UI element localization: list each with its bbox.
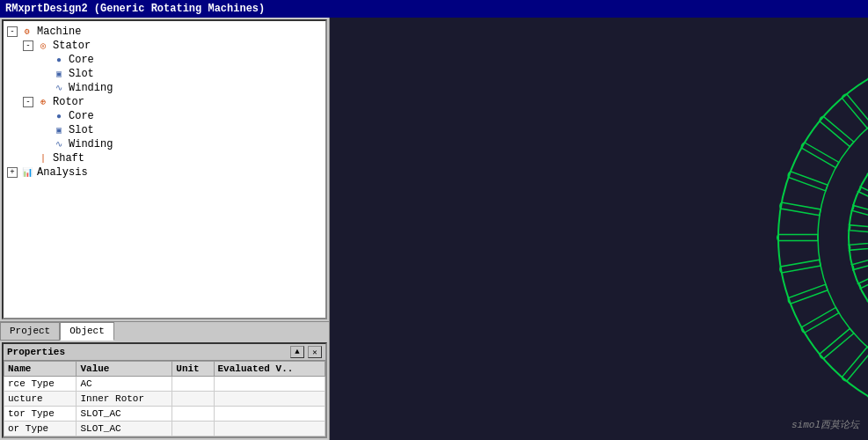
tree-label: Core <box>69 110 94 122</box>
tree-label: Winding <box>69 138 113 150</box>
tree-icon-analysis: 📊 <box>20 166 34 179</box>
prop-unit <box>172 407 214 422</box>
tree-icon-rotor: ⊕ <box>36 96 50 108</box>
tree-item-stator-winding[interactable]: ∿Winding <box>7 81 322 95</box>
tree-label: Slot <box>69 124 94 136</box>
tree-area[interactable]: -⚙Machine-◎Stator●Core▣Slot∿Winding-⊕Rot… <box>2 19 327 319</box>
tree-label: Machine <box>37 26 81 38</box>
tab-area: Project Object <box>0 321 329 341</box>
motor-diagram <box>330 18 868 440</box>
app-title: RMxprtDesign2 (Generic Rotating Machines… <box>5 3 265 15</box>
tree-item-rotor-slot[interactable]: ▣Slot <box>7 123 322 137</box>
table-row: or Type SLOT_AC <box>4 422 325 436</box>
properties-title: Properties <box>7 347 65 357</box>
tree-item-rotor-core[interactable]: ●Core <box>7 109 322 123</box>
prop-name: rce Type <box>4 377 77 392</box>
tree-icon-stator: ◎ <box>36 40 50 52</box>
main-layout: -⚙Machine-◎Stator●Core▣Slot∿Winding-⊕Rot… <box>0 18 868 440</box>
title-bar: RMxprtDesign2 (Generic Rotating Machines… <box>0 0 868 18</box>
tree-icon-machine: ⚙ <box>20 26 34 38</box>
col-evaluated: Evaluated V.. <box>214 362 325 377</box>
prop-evaluated <box>214 407 325 422</box>
expand-icon[interactable]: - <box>23 40 33 51</box>
tree-item-analysis[interactable]: +📊Analysis <box>7 165 322 180</box>
tree-item-rotor[interactable]: -⊕Rotor <box>7 95 322 109</box>
tree-label: Slot <box>69 68 94 80</box>
props-collapse-btn[interactable]: ▲ <box>290 346 304 358</box>
prop-value[interactable]: SLOT_AC <box>77 422 172 436</box>
tree-item-stator-slot[interactable]: ▣Slot <box>7 67 322 81</box>
table-row: ucture Inner Rotor <box>4 392 325 407</box>
tree-label: Rotor <box>53 96 84 108</box>
tab-project[interactable]: Project <box>0 322 60 341</box>
tree-label: Analysis <box>37 166 88 179</box>
props-header-row: Name Value Unit Evaluated V.. <box>4 362 325 377</box>
table-row: tor Type SLOT_AC <box>4 407 325 422</box>
col-unit: Unit <box>172 362 214 377</box>
prop-evaluated <box>214 392 325 407</box>
left-panel: -⚙Machine-◎Stator●Core▣Slot∿Winding-⊕Rot… <box>0 18 330 440</box>
properties-panel: Properties ▲ ✕ Name Value Unit Evaluated… <box>2 342 327 438</box>
tree-icon-slot: ▣ <box>52 68 66 80</box>
table-row: rce Type AC <box>4 377 325 392</box>
tree-item-stator[interactable]: -◎Stator <box>7 39 322 53</box>
expand-icon[interactable]: - <box>23 97 33 107</box>
tree-icon-core: ● <box>52 54 66 66</box>
tree-item-stator-core[interactable]: ●Core <box>7 53 322 67</box>
tree-icon-winding: ∿ <box>52 82 66 94</box>
prop-name: or Type <box>4 422 77 436</box>
tree-icon-core: ● <box>52 110 66 122</box>
tree-item-rotor-winding[interactable]: ∿Winding <box>7 137 322 151</box>
props-controls: ▲ ✕ <box>290 346 322 358</box>
prop-name: tor Type <box>4 407 77 422</box>
tree-label: Winding <box>69 82 113 94</box>
svg-rect-0 <box>330 18 868 440</box>
prop-unit <box>172 392 214 407</box>
prop-unit <box>172 422 214 436</box>
props-body: rce Type AC ucture Inner Rotor tor Type … <box>4 377 325 436</box>
prop-name: ucture <box>4 392 77 407</box>
col-value: Value <box>77 362 172 377</box>
tree-icon-winding: ∿ <box>52 138 66 150</box>
prop-value[interactable]: Inner Rotor <box>77 392 172 407</box>
expand-icon[interactable]: + <box>7 167 18 178</box>
tree-icon-shaft: | <box>36 152 50 165</box>
tree-label: Stator <box>53 40 91 52</box>
tree-item-shaft[interactable]: |Shaft <box>7 151 322 165</box>
tree-label: Shaft <box>53 152 84 165</box>
tab-object[interactable]: Object <box>60 322 114 341</box>
prop-value[interactable]: AC <box>77 377 172 392</box>
expand-icon[interactable]: - <box>7 26 18 37</box>
props-close-btn[interactable]: ✕ <box>308 346 322 358</box>
tree-container: -⚙Machine-◎Stator●Core▣Slot∿Winding-⊕Rot… <box>7 25 322 180</box>
prop-evaluated <box>214 422 325 436</box>
tree-label: Core <box>69 54 94 66</box>
watermark: simol西莫论坛 <box>791 418 859 431</box>
properties-header: Properties ▲ ✕ <box>4 344 325 361</box>
canvas-area: simol西莫论坛 <box>330 18 868 440</box>
prop-unit <box>172 377 214 392</box>
prop-value[interactable]: SLOT_AC <box>77 407 172 422</box>
properties-table: Name Value Unit Evaluated V.. rce Type A… <box>4 361 325 436</box>
prop-evaluated <box>214 377 325 392</box>
col-name: Name <box>4 362 77 377</box>
tree-item-machine[interactable]: -⚙Machine <box>7 25 322 39</box>
tree-icon-slot: ▣ <box>52 124 66 136</box>
